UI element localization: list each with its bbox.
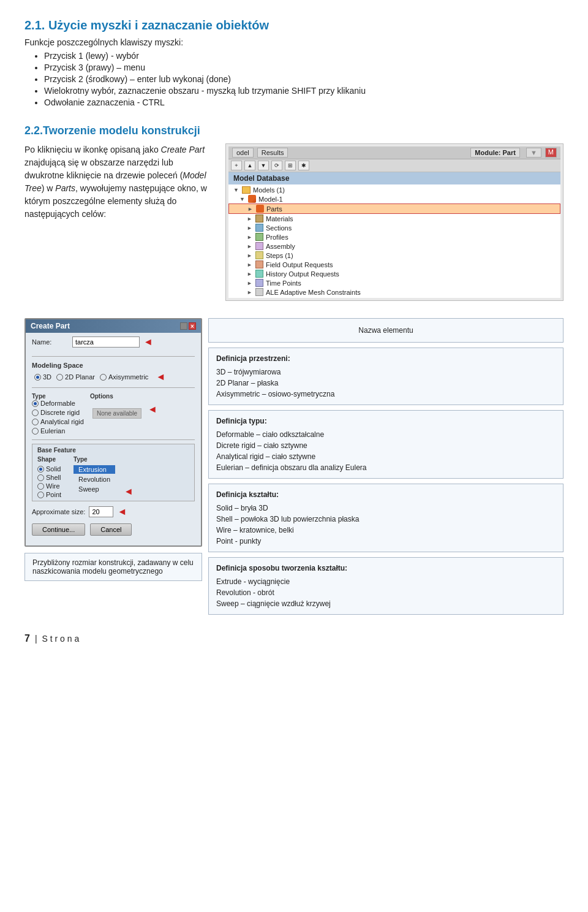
def-ksztaltu-item-2: Wire – kratownice, belki xyxy=(216,525,556,536)
annotation-definicja-sposobu: Definicja sposobu tworzenia kształtu: Ex… xyxy=(208,557,564,615)
tree-item-parts[interactable]: ► Parts xyxy=(228,203,560,214)
radio-3d[interactable]: 3D xyxy=(34,373,51,381)
tree-item-sections[interactable]: ► Sections xyxy=(228,223,560,232)
approx-row: Approximate size: ◄ xyxy=(26,504,201,520)
dialog-buttons: Continue... Cancel xyxy=(26,520,201,539)
name-input[interactable] xyxy=(72,336,140,348)
list-item: Przycisk 2 (środkowy) – enter lub wykona… xyxy=(44,74,564,84)
def-typu-item-3: Eulerian – definicja obszaru dla analizy… xyxy=(216,462,556,473)
base-feature-box: Base Feature Shape Solid Shell xyxy=(32,444,195,501)
radio-axisymmetric[interactable]: Axisymmetric xyxy=(100,373,148,381)
toolbar-btn-1[interactable]: + xyxy=(231,161,242,170)
tree-expand-assembly: ► xyxy=(247,243,253,249)
strona-label: S t r o n a xyxy=(42,634,80,644)
def-sposobu-item-2: Sweep – ciągnięcie wzdłuż krzywej xyxy=(216,598,556,609)
tree-item-models[interactable]: ▼ Models (1) xyxy=(228,186,560,194)
toolbar-btn-5[interactable]: ⊞ xyxy=(285,161,296,170)
none-available-label: None available xyxy=(92,408,141,419)
minimize-btn[interactable] xyxy=(180,322,187,330)
shape-header: Shape xyxy=(37,456,61,463)
model1-icon xyxy=(248,195,256,203)
annotation-nazwa-elementu: Nazwa elementu xyxy=(208,318,564,343)
model-tree-toolbar: + ▲ ▼ ⟳ ⊞ ✱ xyxy=(228,159,560,172)
module-close-btn[interactable]: M xyxy=(545,148,557,158)
model-tree-tab-bar: odel Results Module: Part ▼ M xyxy=(228,146,560,159)
radio-shell-label: Shell xyxy=(46,474,61,481)
radio-2d-planar[interactable]: 2D Planar xyxy=(56,373,95,381)
tree-item-model1[interactable]: ▼ Model-1 xyxy=(228,194,560,203)
type-options-cols: Type Deformable Discrete rigid xyxy=(32,393,195,435)
tree-item-steps[interactable]: ► Steps (1) xyxy=(228,251,560,260)
dialog-title-bar: Create Part × xyxy=(26,319,201,333)
tree-item-history-output[interactable]: ► History Output Requests xyxy=(228,269,560,278)
tree-item-field-output[interactable]: ► Field Output Requests xyxy=(228,260,560,269)
tree-item-ale[interactable]: ► ALE Adaptive Mesh Constraints xyxy=(228,287,560,297)
intro-text: Funkcje poszczególnych klawiszy myszki: xyxy=(24,37,564,47)
radio-shell[interactable]: Shell xyxy=(37,474,61,481)
toolbar-btn-6[interactable]: ✱ xyxy=(298,161,309,170)
diagram-area: Create Part × Name: ◄ Modeling Space xyxy=(24,318,564,615)
radio-eulerian[interactable]: Eulerian xyxy=(32,427,84,435)
radio-discrete-rigid[interactable]: Discrete rigid xyxy=(32,409,84,416)
tree-item-materials[interactable]: ► Materials xyxy=(228,214,560,223)
type-shape-col: Type Extrusion Revolution Sweep xyxy=(74,456,115,498)
shape-arrow: ◄ xyxy=(124,486,134,497)
tree-label-ale: ALE Adaptive Mesh Constraints xyxy=(266,289,361,296)
toolbar-btn-3[interactable]: ▼ xyxy=(258,161,269,170)
radio-eulerian-label: Eulerian xyxy=(40,427,65,435)
approx-input[interactable] xyxy=(89,506,113,517)
folder-icon xyxy=(242,186,251,194)
radio-analytical-rigid[interactable]: Analytical rigid xyxy=(32,418,84,425)
ale-icon xyxy=(255,288,263,296)
tree-item-profiles[interactable]: ► Profiles xyxy=(228,232,560,241)
radio-deformable-label: Deformable xyxy=(40,400,75,407)
tab-results[interactable]: Results xyxy=(257,148,288,158)
model-tree-header: Model Database xyxy=(228,172,560,184)
def-sposobu-title: Definicja sposobu tworzenia kształtu: xyxy=(216,563,556,574)
continue-button[interactable]: Continue... xyxy=(32,523,85,536)
cancel-button[interactable]: Cancel xyxy=(90,523,132,536)
toolbar-btn-4[interactable]: ⟳ xyxy=(271,161,282,170)
def-typu-item-1: Dicrete rigid – ciało sztywne xyxy=(216,440,556,451)
tree-item-time-points[interactable]: ► Time Points xyxy=(228,278,560,287)
radio-solid[interactable]: Solid xyxy=(37,465,61,473)
radio-2d-label: 2D Planar xyxy=(65,373,95,381)
sweep-option[interactable]: Sweep xyxy=(74,485,115,493)
revolution-option[interactable]: Revolution xyxy=(74,475,115,484)
radio-point[interactable]: Point xyxy=(37,491,61,498)
extrusion-option[interactable]: Extrusion xyxy=(74,465,115,474)
tab-model[interactable]: odel xyxy=(232,148,254,158)
radio-3d-label: 3D xyxy=(43,373,51,381)
module-label: Module: Part xyxy=(470,148,520,158)
page-footer: 7 | S t r o n a xyxy=(24,633,564,644)
tree-expand-field-output: ► xyxy=(247,262,253,268)
tree-label-history-output: History Output Requests xyxy=(266,270,339,278)
radio-deformable[interactable]: Deformable xyxy=(32,400,84,407)
tree-expand-materials: ► xyxy=(247,216,253,222)
tree-label-steps: Steps (1) xyxy=(266,252,293,259)
italic-create-part: Create Part xyxy=(161,145,205,154)
list-item: Przycisk 3 (prawy) – menu xyxy=(44,63,564,72)
italic-parts: Parts xyxy=(55,183,75,193)
radio-2d-circle xyxy=(56,374,63,381)
radio-wire[interactable]: Wire xyxy=(37,482,61,490)
modeling-space-label: Modeling Space xyxy=(26,360,201,370)
module-chevron: ▼ xyxy=(526,148,541,158)
shape-col: Shape Solid Shell Wire xyxy=(37,456,61,498)
radio-discrete-label: Discrete rigid xyxy=(40,409,80,416)
create-part-dialog: Create Part × Name: ◄ Modeling Space xyxy=(24,318,202,547)
toolbar-btn-2[interactable]: ▲ xyxy=(244,161,255,170)
type-radio-col: Deformable Discrete rigid Analytical rig… xyxy=(32,400,84,435)
section-22-content: Po kliknięciu w ikonkę opisaną jako Crea… xyxy=(24,143,564,301)
footer-separator: | xyxy=(35,634,37,644)
tree-expand-time-points: ► xyxy=(247,280,253,286)
tree-item-assembly[interactable]: ► Assembly xyxy=(228,241,560,251)
page-number: 7 xyxy=(24,633,30,644)
name-arrow: ◄ xyxy=(143,336,153,348)
close-btn[interactable]: × xyxy=(189,322,196,330)
radio-axisymmetric-label: Axisymmetric xyxy=(108,373,148,381)
def-ksztaltu-item-3: Point - punkty xyxy=(216,536,556,547)
tree-label-time-points: Time Points xyxy=(266,279,301,287)
section-22: 2.2.Tworzenie modelu konstrukcji Po klik… xyxy=(24,124,564,301)
options-col-label: Options xyxy=(90,393,141,400)
